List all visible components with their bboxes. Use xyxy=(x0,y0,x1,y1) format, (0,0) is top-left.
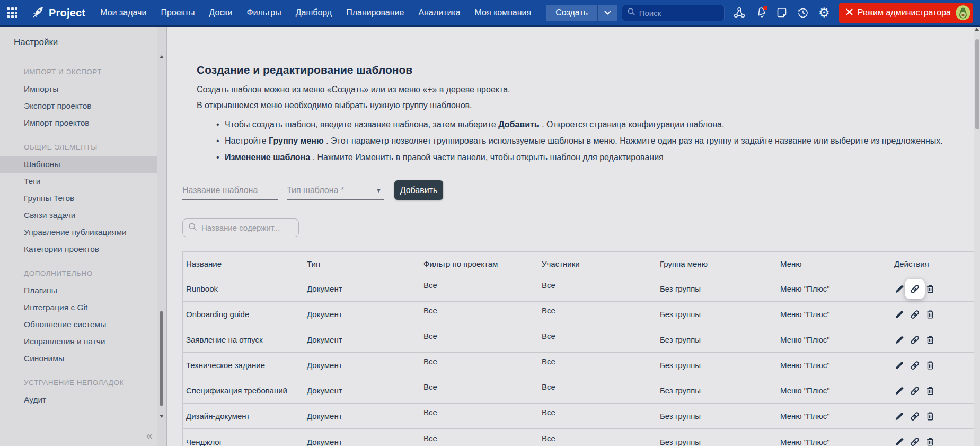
cell-project-filter: Все xyxy=(420,434,538,443)
sidebar-item[interactable]: Шаблоны xyxy=(0,156,157,173)
scroll-down-arrow[interactable] xyxy=(160,415,164,418)
global-search[interactable] xyxy=(622,5,725,21)
table-row[interactable]: Onboarding guide Документ Все Все Без гр… xyxy=(183,302,974,327)
edit-icon[interactable] xyxy=(894,411,905,422)
topnav-item[interactable]: Дашборд xyxy=(296,8,332,18)
topnav-item[interactable]: Планирование xyxy=(346,8,404,18)
link-icon[interactable] xyxy=(910,386,920,396)
table-row[interactable]: Спецификация требований Документ Все Все… xyxy=(183,378,974,404)
history-icon[interactable] xyxy=(796,6,810,20)
edit-icon[interactable] xyxy=(894,386,905,396)
delete-icon[interactable] xyxy=(925,411,935,422)
bell-icon[interactable] xyxy=(754,6,767,20)
cell-menu-group: Без группы xyxy=(657,335,777,344)
add-template-button[interactable]: Добавить xyxy=(394,180,443,200)
delete-icon[interactable] xyxy=(925,284,935,294)
instruction-bullet: Настройте Группу меню . Этот параметр по… xyxy=(225,136,969,146)
sidebar-scrollbar-thumb[interactable] xyxy=(160,311,163,406)
sidebar-item[interactable]: Обновление системы xyxy=(0,316,157,333)
table-row[interactable]: Заявление на отпуск Документ Все Все Без… xyxy=(183,327,974,353)
table-column-header: Группа меню xyxy=(657,259,777,268)
gear-icon[interactable]: ⚙ xyxy=(817,6,831,20)
cell-actions xyxy=(891,381,974,401)
cell-actions xyxy=(891,330,974,350)
sidebar-item[interactable]: Теги xyxy=(0,173,157,190)
delete-icon[interactable] xyxy=(925,309,935,320)
chevron-down-icon[interactable] xyxy=(598,5,617,21)
sidebar-item[interactable]: Категории проектов xyxy=(0,241,157,258)
sidebar-collapse-button[interactable]: « xyxy=(146,430,153,442)
sidebar-item[interactable]: Исправления и патчи xyxy=(0,333,157,350)
link-icon[interactable] xyxy=(910,360,920,371)
edit-icon[interactable] xyxy=(894,436,905,446)
sidebar-item[interactable]: Импорты xyxy=(0,81,157,98)
sidebar-item[interactable]: Группы Тегов xyxy=(0,190,157,207)
cell-menu: Меню "Плюс" xyxy=(777,361,891,370)
apps-grid-icon[interactable] xyxy=(7,7,17,18)
search-input[interactable] xyxy=(639,8,719,18)
scroll-up-arrow[interactable] xyxy=(160,55,164,58)
cell-members: Все xyxy=(538,382,657,391)
topnav-item[interactable]: Доски xyxy=(209,8,233,18)
page-body: Настройки ИМПОРТ И ЭКСПОРТ ИмпортыЭкспор… xyxy=(0,27,980,446)
table-row[interactable]: Ченджлог Документ Все Все Без группы Мен… xyxy=(183,429,974,446)
edit-icon[interactable] xyxy=(894,309,905,320)
topnav-item[interactable]: Фильтры xyxy=(246,8,281,18)
sidebar-item[interactable]: Плагины xyxy=(0,282,157,299)
cell-members: Все xyxy=(538,357,657,366)
edit-icon[interactable] xyxy=(894,335,905,345)
topnav-item[interactable]: Аналитика xyxy=(418,8,460,18)
link-icon-hover-highlight xyxy=(905,406,925,426)
sidebar-item[interactable]: Управление публикациями xyxy=(0,224,157,241)
delete-icon[interactable] xyxy=(925,360,935,371)
link-icon-hover-highlight xyxy=(905,355,925,375)
name-filter-input[interactable] xyxy=(201,223,293,232)
sidebar-section: УСТРАНЕНИЕ НЕПОЛАДОК Аудит xyxy=(0,374,167,408)
edit-icon[interactable] xyxy=(894,284,905,294)
avatar[interactable] xyxy=(956,5,970,20)
topnav-item[interactable]: Проекты xyxy=(161,8,195,18)
template-type-select[interactable]: Тип шаблона * ▼ xyxy=(287,186,384,200)
cell-name: Спецификация требований xyxy=(183,386,304,395)
page-scrollbar-thumb[interactable] xyxy=(975,39,979,129)
admin-mode-button[interactable]: Режим администратора xyxy=(839,3,973,23)
name-filter-field[interactable] xyxy=(182,218,299,237)
sidebar-item[interactable]: Связи задачи xyxy=(0,207,157,224)
template-name-field[interactable] xyxy=(182,186,278,200)
create-template-form: Тип шаблона * ▼ Добавить xyxy=(182,180,969,200)
sidebar-item[interactable]: Аудит xyxy=(0,391,157,408)
link-icon[interactable] xyxy=(910,309,920,320)
template-name-input[interactable] xyxy=(182,186,278,195)
cell-name: Дизайн-документ xyxy=(183,412,304,421)
app-logo[interactable]: Project xyxy=(31,5,85,21)
link-icon[interactable] xyxy=(910,436,920,446)
sidebar-item[interactable]: Импорт проектов xyxy=(0,115,157,132)
topnav-item[interactable]: Моя компания xyxy=(475,8,532,18)
sidebar-item[interactable]: Экспорт проектов xyxy=(0,98,157,115)
create-button[interactable]: Создать xyxy=(546,5,617,21)
edit-icon[interactable] xyxy=(894,360,905,371)
delete-icon[interactable] xyxy=(925,335,935,345)
sidebar-item[interactable]: Интеграция с Git xyxy=(0,299,157,316)
cell-menu-group: Без группы xyxy=(657,310,777,319)
link-icon[interactable] xyxy=(910,411,920,422)
sidebar-item[interactable]: Синонимы xyxy=(0,350,157,367)
page-title: Создание и редактирование шаблонов xyxy=(197,64,969,76)
delete-icon[interactable] xyxy=(925,436,935,446)
link-icon[interactable] xyxy=(910,284,920,294)
table-row[interactable]: Дизайн-документ Документ Все Все Без гру… xyxy=(183,404,974,429)
intro-paragraph: Создать шаблон можно из меню «Создать» и… xyxy=(197,85,969,94)
link-icon[interactable] xyxy=(910,335,920,345)
scroll-up-arrow[interactable] xyxy=(975,28,979,31)
table-row[interactable]: Runbook Документ Все Все Без группы Меню… xyxy=(183,276,974,302)
cell-menu-group: Без группы xyxy=(657,361,777,370)
delete-icon[interactable] xyxy=(925,386,935,396)
topbar-right: ⚙ Режим администратора xyxy=(622,3,980,23)
table-row[interactable]: Техническое задание Документ Все Все Без… xyxy=(183,353,974,378)
note-icon[interactable] xyxy=(775,6,789,20)
hub-icon[interactable] xyxy=(732,6,746,20)
topnav-item[interactable]: Мои задачи xyxy=(100,8,146,18)
cell-project-filter: Все xyxy=(420,281,538,290)
page-scrollbar[interactable] xyxy=(974,27,980,446)
templates-table: НазваниеТипФильтр по проектамУчастникиГр… xyxy=(182,251,974,446)
